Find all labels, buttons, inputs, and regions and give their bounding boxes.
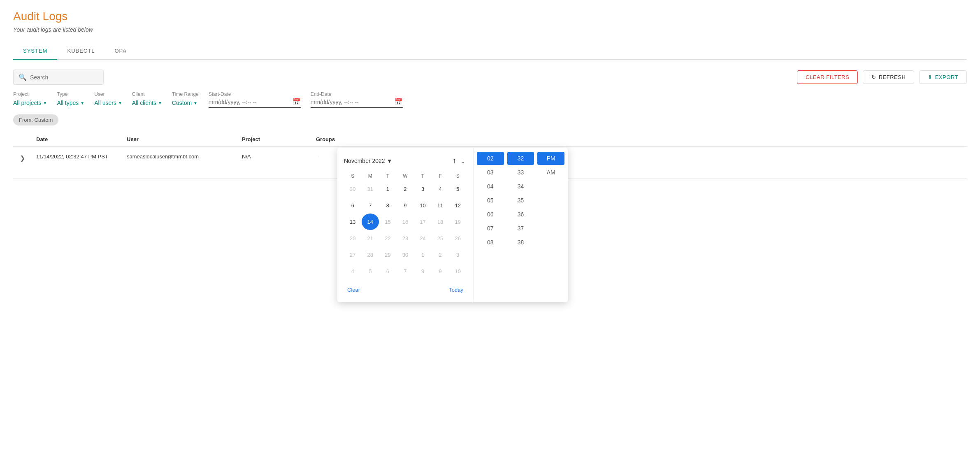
client-label: Client [132, 91, 162, 97]
cal-day-cell[interactable]: 2 [397, 181, 414, 197]
cal-day-cell[interactable]: 20 [344, 230, 362, 246]
end-date-calendar-icon[interactable]: 📅 [395, 98, 403, 106]
cal-day-cell[interactable]: 3 [449, 246, 467, 263]
cal-day-cell[interactable]: 6 [379, 263, 397, 279]
cal-day-cell[interactable]: 21 [362, 230, 379, 246]
cal-day-cell[interactable]: 25 [432, 230, 449, 246]
cal-day-cell[interactable]: 6 [344, 197, 362, 214]
period-item[interactable]: PM [537, 152, 564, 165]
start-date-wrapper: 📅 [209, 98, 301, 108]
clear-filters-button[interactable]: CLEAR FILTERS [797, 70, 858, 84]
cal-day-cell[interactable]: 10 [449, 263, 467, 279]
cal-day-cell[interactable]: 12 [449, 197, 467, 214]
cal-day-cell[interactable]: 1 [414, 246, 432, 263]
cal-day-cell[interactable]: 11 [432, 197, 449, 214]
search-icon: 🔍 [19, 73, 27, 81]
cal-day-cell[interactable]: 31 [362, 181, 379, 197]
cal-day-cell[interactable]: 2 [432, 246, 449, 263]
cal-day-cell[interactable]: 22 [379, 230, 397, 246]
cal-day-cell[interactable]: 7 [362, 197, 379, 214]
minute-item[interactable]: 35 [507, 194, 534, 207]
refresh-button[interactable]: ↻ REFRESH [863, 70, 914, 84]
cal-day-cell[interactable]: 23 [397, 230, 414, 246]
cal-day-header: W [397, 172, 414, 181]
calendar-panel: November 2022 ▼ ↑ ↓ SMTWTFS 303112345678… [337, 148, 473, 302]
cal-day-header: M [362, 172, 379, 181]
start-date-calendar-icon[interactable]: 📅 [293, 98, 301, 106]
type-select[interactable]: All types ▼ [57, 98, 84, 108]
hour-item[interactable]: 04 [477, 180, 504, 193]
cal-today-button[interactable]: Today [446, 284, 467, 295]
cal-month-year[interactable]: November 2022 ▼ [344, 158, 392, 164]
cal-day-cell[interactable]: 15 [379, 214, 397, 230]
cal-day-cell[interactable]: 8 [379, 197, 397, 214]
project-arrow-icon: ▼ [43, 101, 47, 105]
user-label: User [94, 91, 122, 97]
cal-day-cell[interactable]: 9 [432, 263, 449, 279]
cal-day-cell[interactable]: 28 [362, 246, 379, 263]
cal-day-cell[interactable]: 18 [432, 214, 449, 230]
period-item[interactable]: AM [537, 166, 564, 179]
col-groups: Groups [316, 136, 365, 142]
cal-day-cell[interactable]: 27 [344, 246, 362, 263]
calendar-popup: November 2022 ▼ ↑ ↓ SMTWTFS 303112345678… [337, 148, 568, 302]
tab-kubectl[interactable]: KUBECTL [57, 43, 105, 60]
cal-day-cell[interactable]: 4 [432, 181, 449, 197]
cal-prev-button[interactable]: ↑ [451, 155, 458, 167]
minute-item[interactable]: 33 [507, 166, 534, 179]
minute-item[interactable]: 34 [507, 180, 534, 193]
hour-item[interactable]: 08 [477, 236, 504, 249]
project-select[interactable]: All projects ▼ [13, 98, 47, 108]
cal-day-cell[interactable]: 13 [344, 214, 362, 230]
hour-item[interactable]: 07 [477, 222, 504, 235]
cal-day-cell[interactable]: 19 [449, 214, 467, 230]
cal-day-cell[interactable]: 30 [397, 246, 414, 263]
cal-day-cell[interactable]: 7 [397, 263, 414, 279]
user-select[interactable]: All users ▼ [94, 98, 122, 108]
page-container: Audit Logs Your audit logs are listed be… [0, 0, 980, 469]
cal-day-cell[interactable]: 24 [414, 230, 432, 246]
cal-day-cell[interactable]: 5 [362, 263, 379, 279]
page-title: Audit Logs [13, 10, 967, 23]
refresh-icon: ↻ [871, 74, 876, 80]
type-label: Type [57, 91, 84, 97]
cal-clear-button[interactable]: Clear [344, 284, 363, 295]
cal-day-cell[interactable]: 5 [449, 181, 467, 197]
cal-day-cell[interactable]: 10 [414, 197, 432, 214]
cal-day-cell[interactable]: 9 [397, 197, 414, 214]
cal-day-cell[interactable]: 14 [362, 214, 379, 230]
cal-day-cell[interactable]: 8 [414, 263, 432, 279]
hour-item[interactable]: 02 [477, 152, 504, 165]
hour-item[interactable]: 06 [477, 208, 504, 221]
client-select[interactable]: All clients ▼ [132, 98, 162, 108]
cal-day-cell[interactable]: 1 [379, 181, 397, 197]
cal-day-cell[interactable]: 4 [344, 263, 362, 279]
minute-item[interactable]: 38 [507, 236, 534, 249]
cal-day-cell[interactable]: 30 [344, 181, 362, 197]
end-date-input[interactable] [311, 99, 393, 105]
cal-day-cell[interactable]: 26 [449, 230, 467, 246]
search-input[interactable] [30, 74, 98, 81]
cal-next-button[interactable]: ↓ [460, 155, 467, 167]
cal-day-cell[interactable]: 17 [414, 214, 432, 230]
minute-item[interactable]: 37 [507, 222, 534, 235]
start-date-input[interactable] [209, 99, 291, 105]
time-range-select[interactable]: Custom ▼ [172, 98, 199, 108]
tab-system[interactable]: SYSTEM [13, 43, 57, 60]
cal-day-cell[interactable]: 29 [379, 246, 397, 263]
minutes-column: 32333435363738 [507, 151, 534, 299]
page-subtitle: Your audit logs are listed below [13, 26, 967, 33]
row-expand-icon[interactable]: ❯ [20, 153, 36, 162]
client-arrow-icon: ▼ [158, 101, 162, 105]
user-arrow-icon: ▼ [118, 101, 122, 105]
export-button[interactable]: ⬇ EXPORT [919, 70, 967, 84]
minute-item[interactable]: 36 [507, 208, 534, 221]
hour-item[interactable]: 05 [477, 194, 504, 207]
end-date-label: End-Date [311, 91, 403, 97]
cal-day-cell[interactable]: 16 [397, 214, 414, 230]
cal-day-header: F [432, 172, 449, 181]
minute-item[interactable]: 32 [507, 152, 534, 165]
tab-opa[interactable]: OPA [105, 43, 137, 60]
cal-day-cell[interactable]: 3 [414, 181, 432, 197]
hour-item[interactable]: 03 [477, 166, 504, 179]
